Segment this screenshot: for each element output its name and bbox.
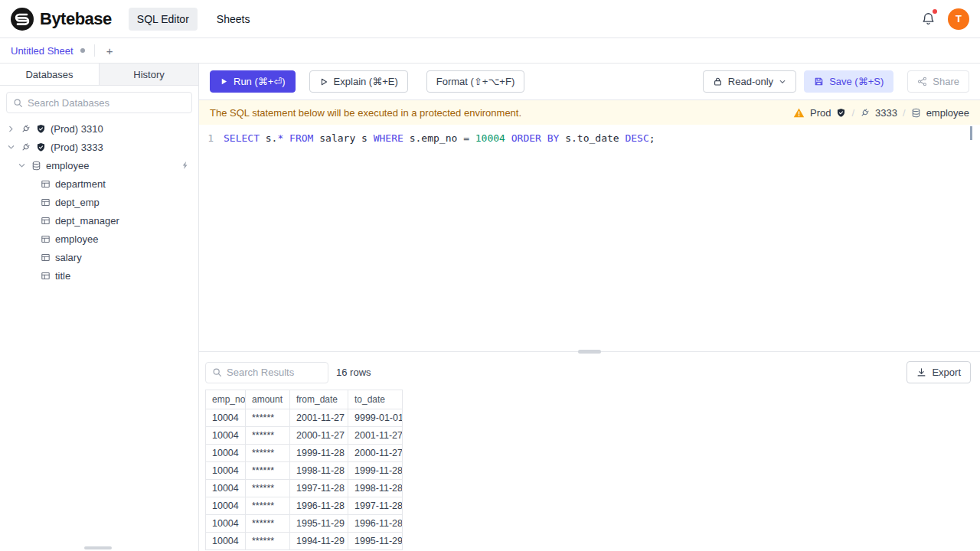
column-header-to-date[interactable]: to_date (348, 390, 403, 409)
line-number: 1 (199, 132, 224, 144)
tab-databases[interactable]: Databases (0, 64, 100, 85)
instance-label[interactable]: 3333 (875, 107, 897, 119)
lock-icon (713, 77, 723, 86)
results-row[interactable]: 10004******1995-11-291996-11-28 (206, 515, 403, 533)
result-cell: 2001-11-27 (348, 427, 403, 445)
tree-instance-prod-3310[interactable]: (Prod) 3310 (0, 119, 198, 138)
table-icon (40, 178, 51, 190)
sidebar-horizontal-scrollbar[interactable] (84, 546, 112, 549)
header-actions: T (921, 8, 969, 30)
results-row[interactable]: 10004******2000-11-272001-11-27 (206, 427, 403, 445)
results-table: emp_noamountfrom_dateto_date10004******2… (205, 390, 403, 550)
results-row[interactable]: 10004******1999-11-282000-11-27 (206, 445, 403, 462)
column-header-emp-no[interactable]: emp_no (206, 390, 246, 409)
tab-history[interactable]: History (100, 64, 198, 85)
share-label: Share (933, 76, 959, 87)
editor-pane: Run (⌘+⏎) Explain (⌘+E) Format (⇧+⌥+F) R… (199, 64, 980, 551)
sheet-tabstrip: Untitled Sheet + (0, 38, 980, 64)
chevron-down-icon (779, 78, 786, 86)
readonly-mode-button[interactable]: Read-only (703, 70, 796, 93)
content-layout: Databases History (Prod) 3310(Prod) 3333… (0, 64, 980, 551)
tree-instance-prod-3333[interactable]: (Prod) 3333 (0, 138, 198, 156)
chevron-right-icon[interactable] (6, 123, 16, 135)
save-button[interactable]: Save (⌘+S) (804, 70, 893, 93)
format-label: Format (⇧+⌥+F) (436, 76, 514, 87)
tree-table-dept-manager[interactable]: dept_manager (0, 211, 198, 230)
search-databases-input[interactable] (28, 97, 185, 109)
results-grid-wrap: emp_noamountfrom_dateto_date10004******2… (199, 390, 980, 551)
table-icon (40, 233, 51, 245)
search-results-input[interactable] (227, 367, 322, 378)
results-row[interactable]: 10004******1994-11-291995-11-29 (206, 533, 403, 550)
explain-label: Explain (⌘+E) (334, 76, 398, 87)
save-icon (814, 77, 824, 86)
sql-token: BY (547, 132, 560, 144)
row-count: 16 rows (336, 367, 371, 378)
result-cell: 1998-11-28 (290, 462, 348, 480)
result-cell: 10004 (206, 497, 246, 515)
sql-editor[interactable]: 1 SELECT s.* FROM salary s WHERE s.emp_n… (199, 125, 980, 351)
sql-token: SELECT (224, 132, 260, 144)
column-header-from-date[interactable]: from_date (290, 390, 348, 409)
tree-item-label: (Prod) 3310 (51, 123, 103, 135)
tree-database-employee[interactable]: employee (0, 156, 198, 174)
add-sheet-button[interactable]: + (101, 43, 119, 59)
format-button[interactable]: Format (⇧+⌥+F) (426, 70, 524, 93)
results-row[interactable]: 10004******1997-11-281998-11-28 (206, 480, 403, 497)
bytebase-logo-icon (11, 8, 34, 31)
connect-icon[interactable] (179, 160, 191, 171)
database-search-box (6, 92, 192, 113)
tree-table-employee[interactable]: employee (0, 230, 198, 248)
shield-icon (836, 108, 846, 118)
nav-sql-editor[interactable]: SQL Editor (129, 8, 198, 31)
result-cell: 10004 (206, 515, 246, 533)
tab-separator (94, 44, 95, 57)
save-label: Save (⌘+S) (829, 76, 884, 87)
results-row[interactable]: 10004******2001-11-279999-01-01 (206, 409, 403, 427)
toolbar-right-group: Read-only Save (⌘+S) Share (703, 70, 969, 93)
tree-table-dept-emp[interactable]: dept_emp (0, 193, 198, 211)
result-cell: 1996-11-28 (290, 497, 348, 515)
editor-scrollbar-thumb[interactable] (970, 126, 972, 140)
notification-bell-button[interactable] (921, 11, 936, 26)
results-search-box (205, 362, 328, 383)
result-cell: 1994-11-29 (290, 533, 348, 550)
explain-button[interactable]: Explain (⌘+E) (309, 70, 408, 93)
main-nav: SQL Editor Sheets (129, 8, 259, 31)
result-cell: 2001-11-27 (290, 409, 348, 427)
export-button[interactable]: Export (906, 361, 971, 383)
sql-token: WHERE (374, 132, 403, 144)
sidebar-tabs: Databases History (0, 64, 198, 86)
database-label[interactable]: employee (926, 107, 969, 119)
chevron-down-icon[interactable] (6, 142, 16, 153)
user-avatar[interactable]: T (948, 8, 969, 30)
table-icon (40, 270, 51, 282)
result-cell: 1997-11-28 (348, 497, 403, 515)
result-cell: 10004 (206, 480, 246, 497)
tree-item-label: (Prod) 3333 (51, 142, 103, 153)
environment-label[interactable]: Prod (810, 107, 831, 119)
share-button[interactable]: Share (907, 70, 969, 93)
nav-sheets[interactable]: Sheets (208, 8, 259, 31)
tree-table-title[interactable]: title (0, 266, 198, 285)
tree-item-label: employee (55, 233, 98, 245)
results-resize-handle[interactable] (199, 351, 980, 355)
database-icon (911, 108, 921, 118)
tree-table-salary[interactable]: salary (0, 248, 198, 266)
search-icon (13, 98, 23, 108)
tree-table-department[interactable]: department (0, 174, 198, 193)
result-cell: 2000-11-27 (348, 445, 403, 462)
result-cell: 1995-11-29 (290, 515, 348, 533)
brand[interactable]: Bytebase (11, 8, 112, 31)
chevron-down-icon[interactable] (17, 160, 27, 171)
connection-context: Prod / 3333 / employee (793, 107, 969, 119)
play-outline-icon (319, 77, 328, 86)
results-row[interactable]: 10004******1996-11-281997-11-28 (206, 497, 403, 515)
context-separator: / (903, 107, 906, 119)
sheet-tab-untitled[interactable]: Untitled Sheet (8, 38, 88, 63)
column-header-amount[interactable]: amount (246, 390, 290, 409)
run-button[interactable]: Run (⌘+⏎) (210, 70, 296, 93)
results-row[interactable]: 10004******1998-11-281999-11-28 (206, 462, 403, 480)
protected-environment-banner: The SQL statement below will be executed… (199, 100, 980, 125)
tree-item-label: department (55, 178, 106, 190)
